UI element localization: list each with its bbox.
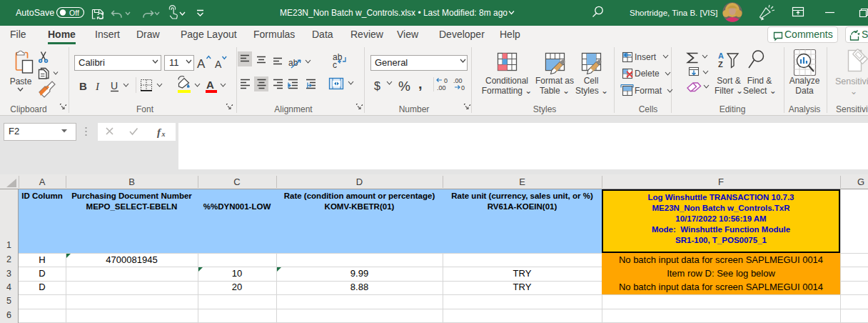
svg-text:Off: Off (69, 9, 79, 17)
svg-text:x: x (161, 130, 166, 138)
svg-text:A: A (718, 51, 724, 60)
svg-text:Z: Z (718, 60, 723, 69)
